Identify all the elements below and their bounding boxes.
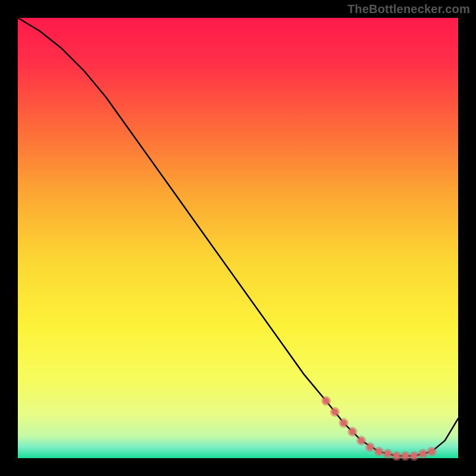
marker-group: [321, 396, 437, 461]
marker-dot: [341, 420, 347, 426]
marker-dot: [376, 449, 382, 455]
marker-dot: [420, 451, 426, 457]
chart-frame: TheBottlenecker.com: [0, 0, 476, 476]
attribution-text: TheBottlenecker.com: [347, 2, 470, 16]
curve-layer: [18, 18, 458, 458]
marker-dot: [411, 453, 417, 459]
marker-dot: [349, 429, 355, 435]
marker-dot: [332, 409, 338, 415]
marker-dot: [385, 451, 391, 457]
marker-dot: [393, 453, 399, 459]
marker-dot: [367, 444, 373, 450]
marker-dot: [429, 449, 435, 455]
marker-dot: [323, 398, 329, 404]
plot-area: [18, 18, 458, 458]
marker-dot: [402, 453, 408, 459]
bottleneck-curve-line: [18, 18, 458, 456]
marker-dot: [358, 437, 364, 443]
